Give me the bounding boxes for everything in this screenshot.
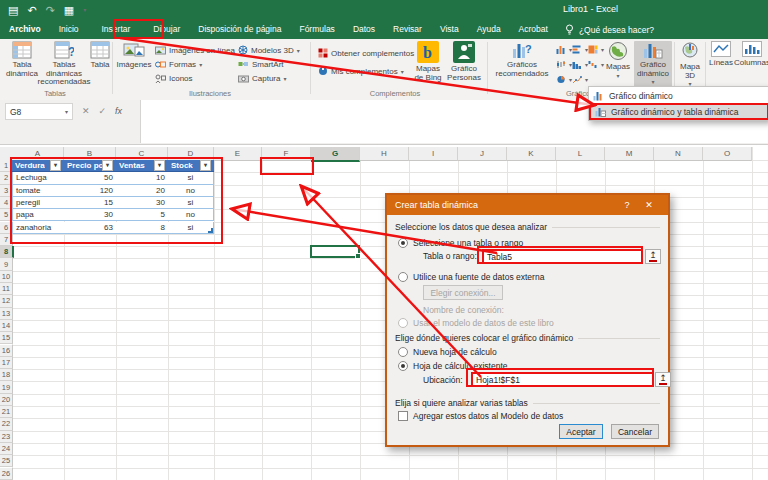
selected-cell-G8[interactable] [310,245,360,258]
choose-connection-button[interactable]: Elegir conexión... [423,285,503,300]
row-header-12[interactable]: 12 [0,295,13,307]
row-header-9[interactable]: 9 [0,258,13,270]
dialog-close-icon[interactable]: ✕ [638,200,660,210]
radio-button-icon[interactable] [398,238,408,248]
table-cell[interactable]: papa [12,209,64,221]
people-graph-button[interactable]: Gráfico Personas [446,41,482,82]
images-button[interactable]: Imágenes [116,41,152,70]
touch-mode-icon[interactable]: ▦ [64,3,74,17]
table-cell[interactable]: 120 [64,185,116,197]
redo-icon[interactable]: ↷ [46,3,55,17]
column-chart-button[interactable]: ▾ [556,43,572,55]
fill-handle[interactable] [355,253,361,259]
row-header-14[interactable]: 14 [0,320,13,332]
bing-maps-button[interactable]: b Mapas de Bing [412,41,444,82]
column-header-E[interactable]: E [214,147,262,161]
menu-item-pivot-chart[interactable]: Gráfico dinámico [589,88,768,103]
row-header-22[interactable]: 22 [0,418,13,430]
filter-dropdown-icon[interactable]: ▾ [50,160,61,171]
menu-item-pivot-chart-and-table[interactable]: Gráfico dinámico y tabla dinámica [589,103,768,120]
icons-button[interactable]: Iconos [155,72,193,84]
add-to-data-model-checkbox[interactable]: Agregar estos datos al Modelo de datos [398,411,563,421]
tab-dibujar[interactable]: Dibujar [144,20,189,39]
table-range-input[interactable]: Tabla5 [482,249,643,264]
table-range-refedit-button[interactable]: ↥ [645,249,661,264]
column-header-L[interactable]: L [556,147,605,161]
tell-me-box[interactable]: ¿Qué desea hacer? [565,24,654,35]
cancel-button[interactable]: Cancelar [611,424,659,439]
models-3d-button[interactable]: Modelos 3D ▾ [238,44,300,56]
column-header-M[interactable]: M [605,147,654,161]
column-header-A[interactable]: A [12,147,64,161]
table-header-cell[interactable]: Stock▾ [168,160,214,172]
row-header-13[interactable]: 13 [0,308,13,320]
table-header-cell[interactable]: Precio por▾ [64,160,116,172]
radio-button-icon[interactable] [398,272,408,282]
column-header-G[interactable]: G [311,147,360,162]
shapes-button[interactable]: Formas ▾ [155,58,202,70]
confirm-entry-icon[interactable]: ✓ [99,106,107,116]
radio-new-sheet[interactable]: Nueva hoja de cálculo [398,347,497,357]
row-header-8[interactable]: 8 [0,246,14,258]
column-header-C[interactable]: C [116,147,168,161]
row-header-25[interactable]: 25 [0,455,13,467]
row-header-10[interactable]: 10 [0,271,13,283]
table-cell[interactable]: 8 [116,222,168,234]
table-cell[interactable]: 50 [64,172,116,184]
column-header-O[interactable]: O [703,147,752,161]
radio-select-table[interactable]: Seleccione una tabla o rango [398,238,523,248]
insert-function-icon[interactable]: fx [115,106,122,116]
scatter-chart-button[interactable]: ▾ [572,73,588,85]
sparkline-columns-button[interactable]: Columnas [736,41,768,68]
row-header-21[interactable]: 21 [0,406,13,418]
row-header-15[interactable]: 15 [0,332,13,344]
row-header-26[interactable]: 26 [0,468,13,480]
table-cell[interactable]: zanahoria [12,222,64,234]
column-header-B[interactable]: B [64,147,116,161]
filter-dropdown-icon[interactable]: ▾ [200,160,211,171]
tab-disposicion[interactable]: Disposición de página [189,20,290,39]
tab-vista[interactable]: Vista [431,20,468,39]
save-icon[interactable]: ▤ [8,3,18,17]
table-cell[interactable]: si [168,172,214,184]
radio-external-source[interactable]: Utilice una fuente de datos externa [398,272,544,282]
tab-revisar[interactable]: Revisar [384,20,431,39]
dialog-help-icon[interactable]: ? [616,200,638,210]
stock-chart-button[interactable]: ▾ [556,58,572,70]
table-header-cell[interactable]: Verdura▾ [12,160,64,172]
table-cell[interactable]: peregil [12,197,64,209]
tab-ayuda[interactable]: Ayuda [468,20,510,39]
row-header-23[interactable]: 23 [0,431,13,443]
radio-data-model[interactable]: Usar el modelo de datos de este libro [398,318,554,328]
tab-inicio[interactable]: Inicio [50,20,88,39]
tab-insertar[interactable]: Insertar [88,20,145,39]
row-header-24[interactable]: 24 [0,443,13,455]
location-input[interactable]: Hoja1!$F$1 [471,372,654,387]
column-header-D[interactable]: D [168,147,214,161]
row-header-16[interactable]: 16 [0,345,13,357]
column-header-J[interactable]: J [458,147,507,161]
row-header-18[interactable]: 18 [0,369,13,381]
get-addins-button[interactable]: Obtener complementos [318,47,414,59]
hierarchy-chart-button[interactable]: ▾ [588,43,604,55]
name-box[interactable]: G8 ▾ [5,103,73,120]
filter-dropdown-icon[interactable]: ▾ [102,160,113,171]
recommended-pivot-button[interactable]: ? Tablas dinámicas recomendadas [40,41,88,87]
column-header-F[interactable]: F [262,147,311,161]
map-3d-button[interactable]: Mapa 3D ▾ [677,41,703,89]
row-header-7[interactable]: 7 [0,234,13,246]
cancel-entry-icon[interactable]: ✕ [82,106,90,116]
column-header-N[interactable]: N [654,147,703,161]
maps-button[interactable]: Mapas ▾ [604,41,632,80]
radio-button-icon[interactable] [398,361,408,371]
sparkline-lines-button[interactable]: Líneas [708,41,734,68]
row-header-17[interactable]: 17 [0,357,13,369]
table-cell[interactable]: 5 [116,209,168,221]
table-resize-handle[interactable] [208,228,213,233]
undo-icon[interactable]: ↶ [27,3,36,17]
tab-acrobat[interactable]: Acrobat [510,20,557,39]
table-cell[interactable]: si [168,197,214,209]
row-header-11[interactable]: 11 [0,283,13,295]
histogram-chart-button[interactable]: ▾ [572,58,588,70]
radio-existing-sheet[interactable]: Hoja de cálculo existente [398,361,508,371]
